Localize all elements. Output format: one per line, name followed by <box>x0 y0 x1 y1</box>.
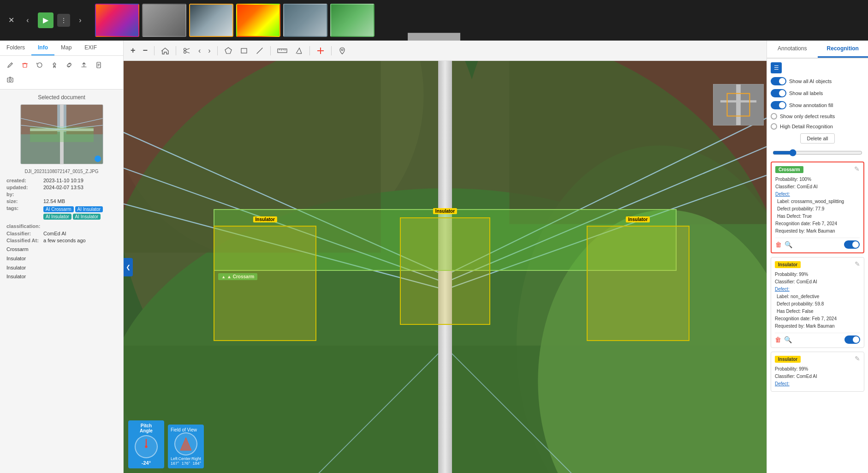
pitch-title: Pitch Angle <box>131 423 161 433</box>
doc-thumbnail <box>20 104 103 164</box>
fov-right-val: 184° <box>192 461 201 466</box>
insulator-2-body: Probability: 99% Classifier: ComEd AI De… <box>775 365 860 388</box>
fov-circle <box>174 432 197 455</box>
svg-rect-56 <box>720 100 756 102</box>
insulator-1-recog-date: Recognition date: Feb 7, 2024 <box>775 315 860 323</box>
toggle-chevron-icon: ❮ <box>126 264 131 270</box>
fov-left-val: 167° <box>171 461 179 466</box>
insulator-1-edit-button[interactable]: ✎ <box>855 260 860 268</box>
insulator-annotation-left[interactable]: Insulator <box>214 226 316 341</box>
toolbar-divider-1 <box>154 46 155 55</box>
insulator-1-requested-by: Requested by: Mark Bauman <box>775 323 860 330</box>
fov-title: Field of View <box>171 427 201 432</box>
insulator-2-defect-link[interactable]: Defect: <box>775 381 790 386</box>
toggle-annotation-fill[interactable] <box>771 101 786 109</box>
angle-tool-button[interactable] <box>292 45 305 56</box>
fov-widget: Field of View Left Center Right 167° 176… <box>168 425 204 468</box>
insulator-1-zoom-button[interactable]: 🔍 <box>784 336 792 343</box>
thumbnail-strip <box>95 4 375 37</box>
recog-card-insulator-1: Insulator ✎ Probability: 99% Classifier:… <box>771 257 864 348</box>
toolbar-divider-6 <box>331 46 332 55</box>
crossarm-defect-link[interactable]: Defect: <box>775 192 790 197</box>
toolbar-divider-3 <box>217 46 218 55</box>
add-annotation-button[interactable]: + <box>128 44 138 57</box>
insulator-1-defect-link[interactable]: Defect: <box>775 287 790 292</box>
main-layout: Folders Info Map EXIF <box>0 41 868 473</box>
mini-map-content <box>713 84 763 125</box>
viewport-toolbar: + − ‹ › <box>124 41 767 61</box>
measure-tool-button[interactable] <box>253 45 266 56</box>
special-tool-button[interactable] <box>314 45 327 56</box>
insulator-1-has-defect: Has Defect: False <box>775 308 860 315</box>
pitch-circle <box>135 435 158 458</box>
insulator-1-toggle[interactable] <box>844 335 860 344</box>
ruler-tool-button[interactable] <box>275 46 290 55</box>
svg-rect-24 <box>278 49 287 53</box>
svg-point-31 <box>341 49 343 51</box>
svg-point-52 <box>145 445 148 448</box>
rect-tool-button[interactable] <box>238 45 250 56</box>
fov-right-label: Right <box>191 456 201 461</box>
crossarm-zoom-button[interactable]: 🔍 <box>785 241 792 248</box>
map-pin-button[interactable] <box>336 45 349 56</box>
fov-values: 167° 176° 184° <box>171 461 201 466</box>
insulator-label-right: Insulator <box>626 216 650 222</box>
toggle-show-all-ai[interactable] <box>771 77 786 85</box>
insulator-2-classifier: Classifier: ComEd AI <box>775 373 860 380</box>
svg-rect-55 <box>736 84 741 125</box>
crossarm-toggle[interactable] <box>844 240 860 249</box>
remove-annotation-button[interactable]: − <box>141 44 150 57</box>
insulator-annotation-center[interactable]: Insulator <box>400 217 490 324</box>
insulator-1-delete-button[interactable]: 🗑 <box>775 336 781 343</box>
insulator-2-badge: Insulator <box>775 356 801 363</box>
toggle-show-all-labels[interactable] <box>771 89 786 97</box>
insulator-1-label-val: Label: non_defective <box>775 293 860 300</box>
crossarm-defect-prob: Defect probability: 77.9 <box>775 205 860 213</box>
crossarm-toggle-container <box>844 240 860 249</box>
insulator-1-body: Probability: 99% Classifier: ComEd AI De… <box>775 271 860 330</box>
fov-left-label: Left <box>171 456 178 461</box>
prev-image-button[interactable]: ‹ <box>196 45 203 56</box>
crossarm-label-val: Label: crossarms_wood_splitting <box>775 198 860 205</box>
toolbar-divider-2 <box>176 46 176 55</box>
viewport[interactable]: + − ‹ › <box>124 41 767 473</box>
mini-map[interactable] <box>713 84 764 126</box>
crossarm-body: Probability: 100% Classifier: ComEd AI D… <box>775 176 860 235</box>
image-area[interactable]: ▲ ▲ Crossarm Insulator Insulator Insulat… <box>124 61 767 473</box>
home-button[interactable] <box>159 45 172 56</box>
toolbar-divider-5 <box>309 46 310 55</box>
svg-marker-53 <box>180 437 191 450</box>
crossarm-recog-date: Recognition date: Feb 7, 2024 <box>775 220 860 228</box>
polygon-tool-button[interactable] <box>222 45 235 56</box>
thumbnail-3[interactable] <box>189 4 233 37</box>
toolbar-divider-4 <box>270 46 271 55</box>
topbar: ✕ ‹ ▶ ⋮ › <box>0 0 868 41</box>
left-panel-toggle[interactable]: ❮ <box>124 258 133 276</box>
next-image-button[interactable]: › <box>206 45 213 56</box>
svg-line-20 <box>186 48 190 50</box>
fov-labels: Left Center Right <box>171 456 201 461</box>
insulator-2-probability: Probability: 99% <box>775 365 860 373</box>
crossarm-delete-button[interactable]: 🗑 <box>775 241 782 248</box>
recog-card-crossarm: Crossarm ✎ Probability: 100% Classifier:… <box>771 162 864 253</box>
crossarm-requested-by: Requested by: Mark Bauman <box>775 228 860 235</box>
insulator-label-left: Insulator <box>253 216 277 222</box>
crossarm-badge: Crossarm <box>775 166 803 173</box>
insulator-1-toggle-container <box>844 335 860 344</box>
insulator-label-center: Insulator <box>433 208 457 214</box>
insulator-annotation-right[interactable]: Insulator <box>587 226 690 341</box>
insulator-2-edit-button[interactable]: ✎ <box>855 355 860 362</box>
pitch-angle-widget: Pitch Angle -24° <box>128 420 164 468</box>
crossarm-has-defect: Has Defect: True <box>775 213 860 220</box>
svg-line-21 <box>186 52 190 53</box>
svg-point-18 <box>184 48 186 50</box>
pitch-value: -24° <box>131 460 161 466</box>
insulator-1-footer: 🗑 🔍 <box>775 333 860 344</box>
svg-rect-13 <box>30 126 94 142</box>
fov-center-label: Center <box>178 456 190 461</box>
crossarm-probability: Probability: 100% <box>775 176 860 183</box>
crossarm-edit-button[interactable]: ✎ <box>854 165 860 173</box>
thumbnail-info-dot <box>95 156 101 162</box>
insulator-1-classifier: Classifier: ComEd AI <box>775 278 860 286</box>
scissors-button[interactable] <box>180 45 193 56</box>
